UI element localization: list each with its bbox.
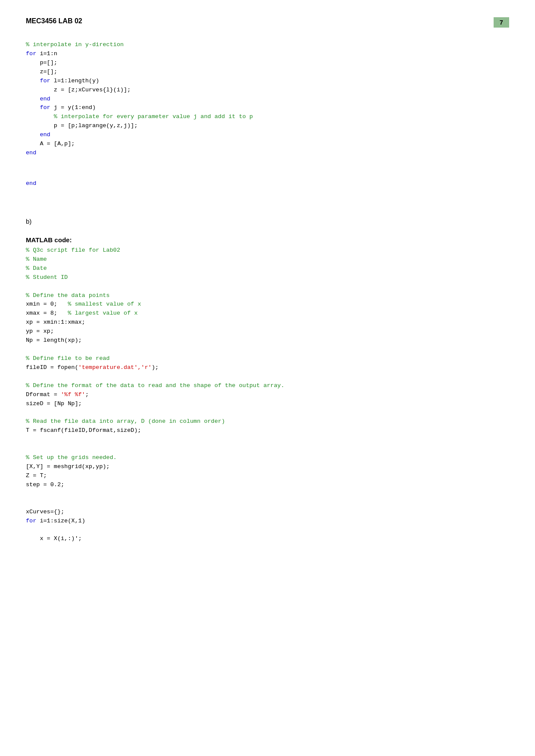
page-header: MEC3456 LAB 02 7 — [26, 17, 509, 28]
code-keyword: for — [26, 518, 36, 524]
page-container: MEC3456 LAB 02 7 % interpolate in y-dire… — [0, 0, 535, 565]
code-comment: % Define the format of the data to read … — [26, 382, 285, 389]
code-comment: % Q3c script file for Lab02 — [26, 247, 120, 253]
page-title: MEC3456 LAB 02 — [26, 17, 82, 25]
code-block-2: % Q3c script file for Lab02 % Name % Dat… — [26, 246, 509, 544]
code-string: '%f %f' — [61, 391, 85, 398]
spacer-3 — [26, 193, 509, 201]
code-string: 'temperature.dat','r' — [78, 364, 152, 371]
code-keyword: end — [40, 96, 50, 102]
code-comment: % largest value of x — [68, 310, 138, 316]
spacer-1 — [26, 162, 509, 171]
spacer-4 — [26, 201, 509, 210]
code-comment: % smallest value of x — [68, 301, 141, 307]
code-comment: % Set up the grids needed. — [26, 454, 117, 461]
code-comment: % Define file to be read — [26, 355, 110, 362]
code-comment: % Define the data points — [26, 292, 110, 299]
spacer-5 — [26, 228, 509, 233]
code-comment: % Date — [26, 265, 47, 272]
matlab-code-label: MATLAB code: — [26, 236, 509, 244]
code-keyword: end — [26, 150, 36, 156]
code-comment: % Read the file data into array, D (done… — [26, 418, 225, 425]
code-keyword: for — [40, 104, 50, 111]
code-keyword: end — [40, 131, 50, 138]
standalone-end: end — [26, 179, 509, 188]
code-comment: % interpolate for every parameter value … — [54, 113, 253, 120]
code-end-keyword: end — [26, 180, 36, 187]
code-comment: % interpolate in y-direction — [26, 41, 124, 48]
code-keyword: for — [26, 50, 36, 57]
spacer-2 — [26, 171, 509, 179]
code-block-1: % interpolate in y-direction for i=1:n p… — [26, 41, 509, 158]
code-comment: % Name — [26, 256, 47, 262]
section-b-label: b) — [26, 218, 509, 225]
code-comment: % Student ID — [26, 274, 68, 281]
code-keyword: for — [40, 78, 50, 84]
page-number: 7 — [494, 17, 509, 28]
